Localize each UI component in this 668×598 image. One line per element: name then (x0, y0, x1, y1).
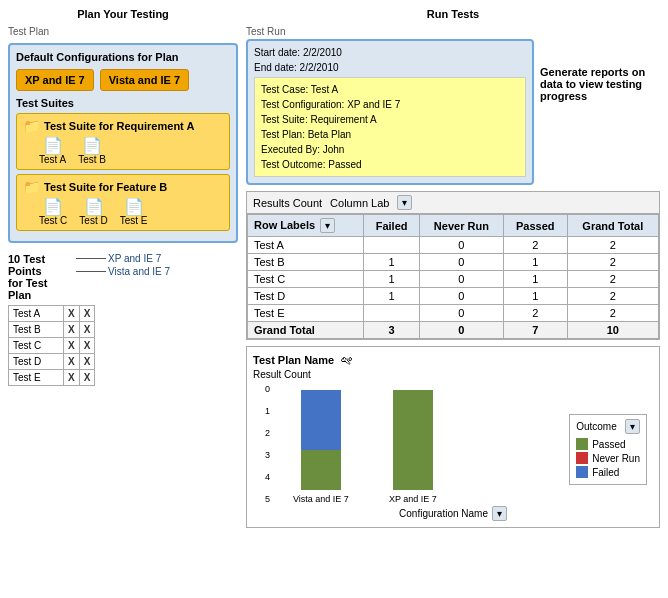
bar-vista-label: Vista and IE 7 (293, 494, 349, 504)
grand-total-failed: 3 (364, 322, 419, 339)
points-label: Test E (9, 370, 64, 386)
chart-inner: 5 4 3 2 1 0 (253, 384, 653, 504)
points-v2: X (79, 338, 95, 354)
tooltip-line4: Test Plan: Beta Plan (261, 127, 519, 142)
points-row: Test E X X (9, 370, 95, 386)
doc-icon-e: 📄 (124, 199, 144, 215)
col1-label: XP and IE 7 (108, 253, 161, 264)
chart-legend: Outcome ▾ Passed Never Run (569, 414, 647, 485)
tooltip-line3: Test Suite: Requirement A (261, 112, 519, 127)
legend-item-never-run: Never Run (576, 452, 640, 464)
config-btn-xp[interactable]: XP and IE 7 (16, 69, 94, 91)
row-failed (364, 305, 419, 322)
top-right: Test Run Start date: 2/2/2010 End date: … (246, 26, 660, 185)
start-date: Start date: 2/2/2010 (254, 47, 526, 58)
bar-passed-xp (393, 390, 433, 490)
points-v2: X (79, 306, 95, 322)
suite-feature-b: 📁 Test Suite for Feature B 📄 Test C 📄 Te… (16, 174, 230, 231)
row-passed: 1 (503, 254, 567, 271)
row-label: Test A (248, 237, 364, 254)
chart-x-axis-label: Configuration Name ▾ (253, 506, 653, 521)
tooltip-line6: Test Outcome: Passed (261, 157, 519, 172)
row-total: 2 (567, 305, 658, 322)
legend-item-failed: Failed (576, 466, 640, 478)
points-v2: X (79, 322, 95, 338)
col-lab-dropdown[interactable]: ▾ (397, 195, 412, 210)
row-labels-dropdown[interactable]: ▾ (320, 218, 335, 233)
config-btn-vista[interactable]: Vista and IE 7 (100, 69, 189, 91)
folder-icon-b: 📁 (23, 179, 40, 195)
points-v1: X (64, 306, 80, 322)
table-row: Test D 1 0 1 2 (248, 288, 659, 305)
bar-xp: XP and IE 7 (389, 390, 437, 504)
row-never-run: 0 (419, 237, 503, 254)
doc-icon-a: 📄 (43, 138, 63, 154)
legend-item-passed: Passed (576, 438, 640, 450)
bar-stack-xp (393, 390, 433, 490)
chart-y-label: Result Count (253, 369, 653, 380)
row-total: 2 (567, 288, 658, 305)
col-never-run: Never Run (419, 215, 503, 237)
col2-label: Vista and IE 7 (108, 266, 170, 277)
row-label: Test B (248, 254, 364, 271)
points-label: Test C (9, 338, 64, 354)
col-row-labels: Row Labels ▾ (248, 215, 364, 237)
points-row: Test A X X (9, 306, 95, 322)
points-row: Test B X X (9, 322, 95, 338)
table-row: Test E 0 2 2 (248, 305, 659, 322)
folder-icon-a: 📁 (23, 118, 40, 134)
points-section: 10 Test Points for Test Plan XP and IE 7… (8, 253, 238, 386)
grand-total-passed: 7 (503, 322, 567, 339)
row-never-run: 0 (419, 305, 503, 322)
chart-y-axis: 5 4 3 2 1 0 (253, 384, 273, 504)
grand-total-never-run: 0 (419, 322, 503, 339)
test-run-label: Test Run (246, 26, 534, 37)
chart-bars-wrapper: Vista and IE 7 XP and IE 7 (273, 384, 653, 504)
legend-color-failed (576, 466, 588, 478)
legend-title-row: Outcome ▾ (576, 419, 640, 434)
tooltip-line2: Test Configuration: XP and IE 7 (261, 97, 519, 112)
grand-total-label: Grand Total (248, 322, 364, 339)
config-buttons: XP and IE 7 Vista and IE 7 (16, 69, 230, 91)
row-total: 2 (567, 237, 658, 254)
bar-failed-vista (301, 390, 341, 450)
run-tests-header: Run Tests (246, 8, 660, 20)
row-failed: 1 (364, 254, 419, 271)
filter-icon[interactable]: 🛩 (340, 353, 352, 367)
grand-total-total: 10 (567, 322, 658, 339)
points-v1: X (64, 370, 80, 386)
end-date: End date: 2/2/2010 (254, 62, 526, 73)
tooltip-line1: Test Case: Test A (261, 82, 519, 97)
doc-icon-c: 📄 (43, 199, 63, 215)
points-label: Test D (9, 354, 64, 370)
legend-color-never-run (576, 452, 588, 464)
tooltip-box: Test Case: Test A Test Configuration: XP… (254, 77, 526, 177)
chart-container: Test Plan Name 🛩 Result Count 5 4 3 2 1 … (246, 346, 660, 528)
table-row: Test C 1 0 1 2 (248, 271, 659, 288)
x-label-text: Configuration Name (399, 508, 488, 519)
results-table-container: Results Count Column Lab ▾ Row Labels ▾ … (246, 191, 660, 340)
points-label: Test B (9, 322, 64, 338)
results-count-label: Results Count (253, 197, 322, 209)
run-box: Start date: 2/2/2010 End date: 2/2/2010 … (246, 39, 534, 185)
points-v2: X (79, 354, 95, 370)
legend-color-passed (576, 438, 588, 450)
test-item-d: 📄 Test D (79, 199, 107, 226)
test-plan-label: Test Plan (8, 26, 238, 37)
plan-box: Default Configurations for Plan XP and I… (8, 43, 238, 243)
points-table: Test A X X Test B X X Test C X X Test D … (8, 305, 95, 386)
row-passed: 1 (503, 271, 567, 288)
tooltip-line5: Executed By: John (261, 142, 519, 157)
run-section: Test Run Start date: 2/2/2010 End date: … (246, 26, 534, 185)
suite-b-tests: 📄 Test C 📄 Test D 📄 Test E (23, 199, 223, 226)
chart-title: Test Plan Name (253, 354, 334, 366)
legend-label-never-run: Never Run (592, 453, 640, 464)
legend-label-passed: Passed (592, 439, 625, 450)
row-passed: 2 (503, 237, 567, 254)
grand-total-row: Grand Total 3 0 7 10 (248, 322, 659, 339)
suite-requirement-a: 📁 Test Suite for Requirement A 📄 Test A … (16, 113, 230, 170)
row-never-run: 0 (419, 271, 503, 288)
x-label-dropdown[interactable]: ▾ (492, 506, 507, 521)
legend-dropdown[interactable]: ▾ (625, 419, 640, 434)
bar-passed-vista (301, 450, 341, 490)
